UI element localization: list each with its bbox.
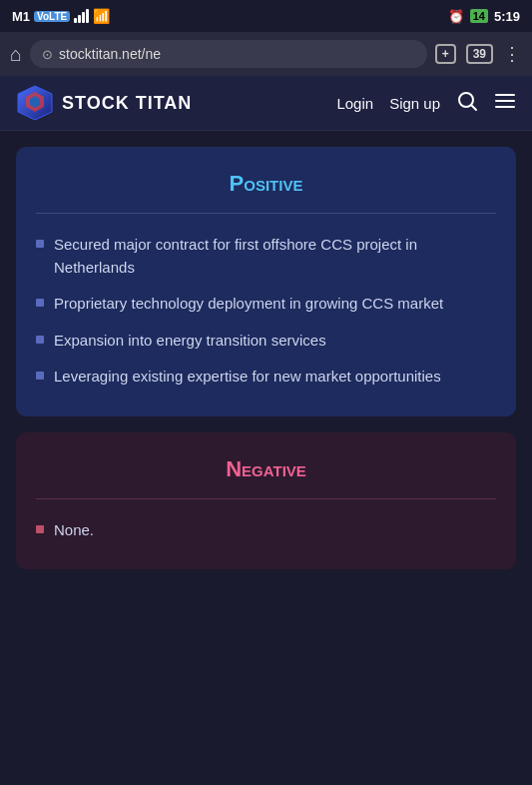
negative-title: Negative (36, 456, 496, 482)
time-display: 5:19 (494, 9, 520, 24)
nav-links: Login Sign up (336, 90, 516, 117)
carrier-info: M1 VoLTE 📶 (12, 8, 110, 24)
logo-icon (16, 84, 54, 122)
status-bar: M1 VoLTE 📶 ⏰ 14 5:19 (0, 0, 532, 32)
negative-item-1: None. (54, 519, 94, 542)
negative-card: Negative None. (16, 432, 516, 570)
positive-list: Secured major contract for first offshor… (36, 234, 496, 389)
battery-icon: 14 (470, 9, 488, 23)
positive-item-4: Leveraging existing expertise for new ma… (54, 366, 441, 389)
list-item: None. (36, 519, 496, 542)
wifi-icon: 📶 (93, 8, 110, 24)
positive-title: Positive (36, 171, 496, 197)
hamburger-icon (494, 90, 516, 112)
list-item: Leveraging existing expertise for new ma… (36, 366, 496, 389)
bullet-icon (36, 240, 44, 248)
search-button[interactable] (456, 90, 478, 117)
logo-text: STOCK TITAN (62, 93, 192, 114)
status-right: ⏰ 14 5:19 (448, 9, 520, 24)
bullet-icon (36, 336, 44, 344)
bullet-icon (36, 525, 44, 533)
positive-divider (36, 213, 496, 214)
positive-item-3: Expansion into energy transition service… (54, 330, 326, 353)
carrier-name: M1 (12, 9, 30, 24)
navbar: STOCK TITAN Login Sign up (0, 76, 532, 131)
svg-line-4 (471, 105, 476, 110)
carrier-type: VoLTE (34, 11, 70, 22)
login-link[interactable]: Login (336, 95, 373, 112)
signal-icon (74, 9, 89, 23)
negative-divider (36, 498, 496, 499)
main-content: Positive Secured major contract for firs… (0, 131, 532, 585)
signup-link[interactable]: Sign up (389, 95, 440, 112)
positive-card: Positive Secured major contract for firs… (16, 147, 516, 416)
new-tab-button[interactable]: + (435, 44, 456, 64)
logo-container: STOCK TITAN (16, 84, 320, 122)
negative-list: None. (36, 519, 496, 542)
browser-actions: + 39 ⋮ (435, 43, 522, 65)
bullet-icon (36, 372, 44, 380)
home-button[interactable]: ⌂ (10, 43, 22, 66)
browser-chrome: ⌂ ⊙ stocktitan.net/ne + 39 ⋮ (0, 32, 532, 76)
alarm-icon: ⏰ (448, 9, 464, 24)
tabs-count-button[interactable]: 39 (466, 44, 493, 64)
positive-item-2: Proprietary technology deployment in gro… (54, 293, 443, 316)
url-text: stocktitan.net/ne (59, 46, 415, 62)
search-icon (456, 90, 478, 112)
bullet-icon (36, 299, 44, 307)
positive-item-1: Secured major contract for first offshor… (54, 234, 496, 279)
list-item: Proprietary technology deployment in gro… (36, 293, 496, 316)
browser-menu-button[interactable]: ⋮ (503, 43, 522, 65)
list-item: Secured major contract for first offshor… (36, 234, 496, 279)
url-bar[interactable]: ⊙ stocktitan.net/ne (30, 40, 427, 68)
site-icon: ⊙ (42, 47, 53, 62)
hamburger-menu-button[interactable] (494, 90, 516, 117)
list-item: Expansion into energy transition service… (36, 330, 496, 353)
